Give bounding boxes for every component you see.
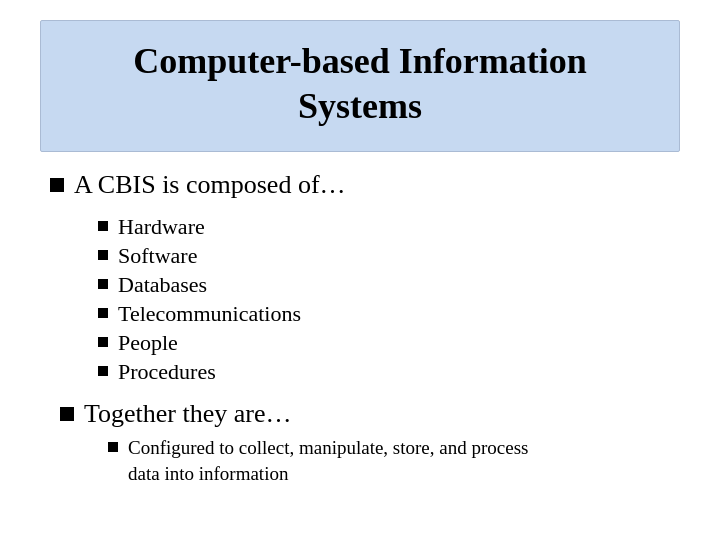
- sub-label-hardware: Hardware: [118, 214, 205, 240]
- title-line1: Computer-based Information: [133, 41, 587, 81]
- bullet-label-1: A CBIS is composed of…: [74, 170, 346, 200]
- sub-label-databases: Databases: [118, 272, 207, 298]
- sub-square-telecom: [98, 308, 108, 318]
- slide-title: Computer-based Information Systems: [71, 39, 649, 129]
- together-sub-line1: Configured to collect, manipulate, store…: [128, 437, 528, 458]
- together-section: Together they are… Configured to collect…: [50, 399, 680, 486]
- bullet-square-1: [50, 178, 64, 192]
- sub-bullet-telecom: Telecommunications: [98, 301, 680, 327]
- bullet-label-2: Together they are…: [84, 399, 292, 429]
- sub-bullet-software: Software: [98, 243, 680, 269]
- together-sub-text: Configured to collect, manipulate, store…: [128, 435, 528, 486]
- sub-square-databases: [98, 279, 108, 289]
- title-box: Computer-based Information Systems: [40, 20, 680, 152]
- sub-bullet-databases: Databases: [98, 272, 680, 298]
- bullet-square-2: [60, 407, 74, 421]
- sub-label-telecom: Telecommunications: [118, 301, 301, 327]
- sub-list-1: Hardware Software Databases Telecommunic…: [50, 214, 680, 385]
- main-bullet-1: A CBIS is composed of…: [50, 170, 680, 200]
- sub-square-software: [98, 250, 108, 260]
- sub-bullet-hardware: Hardware: [98, 214, 680, 240]
- sub-label-procedures: Procedures: [118, 359, 216, 385]
- together-sub-section: Configured to collect, manipulate, store…: [60, 435, 680, 486]
- main-bullet-2: Together they are…: [60, 399, 680, 429]
- together-sub-bullet: Configured to collect, manipulate, store…: [108, 435, 680, 486]
- sub-square-procedures: [98, 366, 108, 376]
- sub-label-people: People: [118, 330, 178, 356]
- content-area: A CBIS is composed of… Hardware Software…: [40, 170, 680, 486]
- sub-bullet-people: People: [98, 330, 680, 356]
- slide: Computer-based Information Systems A CBI…: [0, 0, 720, 540]
- sub-label-software: Software: [118, 243, 197, 269]
- together-sub-line2: data into information: [128, 463, 288, 484]
- together-sub-square: [108, 442, 118, 452]
- title-line2: Systems: [298, 86, 422, 126]
- sub-bullet-procedures: Procedures: [98, 359, 680, 385]
- sub-square-people: [98, 337, 108, 347]
- sub-square-hardware: [98, 221, 108, 231]
